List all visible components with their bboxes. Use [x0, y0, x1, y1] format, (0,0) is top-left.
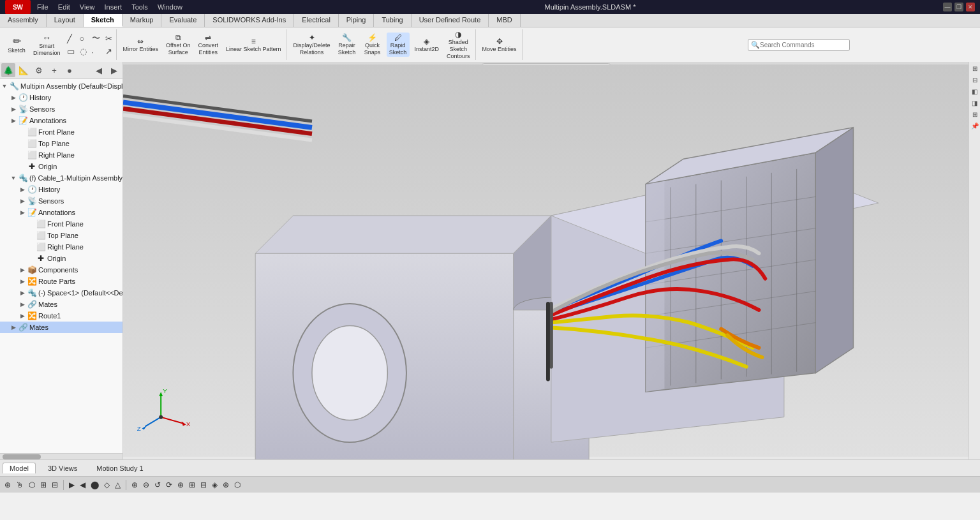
tab-mbd[interactable]: MBD: [489, 14, 520, 27]
tree-item-annotations-child[interactable]: ▶ 📝 Annotations: [0, 207, 122, 218]
expander-annotations[interactable]: ▶: [9, 116, 18, 125]
sidebar-scrollbar[interactable]: [0, 453, 122, 459]
trim-icon[interactable]: ✂: [104, 33, 114, 45]
status-icon-6[interactable]: ▶: [67, 480, 77, 489]
feature-tree-icon[interactable]: 🌲: [1, 63, 15, 77]
expander-space1[interactable]: ▶: [18, 288, 27, 297]
status-icon-15[interactable]: ⊕: [175, 480, 186, 489]
tab-user-defined-route[interactable]: User Defined Route: [412, 14, 489, 27]
tree-item-cable-assembly[interactable]: ▼ 🔩 (f) Cable_1-Multipin Assembly<1> (: [0, 172, 122, 184]
circle-icon[interactable]: ○: [78, 33, 88, 45]
tree-item-sensors-child[interactable]: ▶ 📡 Sensors: [0, 195, 122, 207]
minimize-btn[interactable]: —: [943, 3, 952, 11]
status-icon-19[interactable]: ⊕: [221, 480, 231, 489]
tree-item-right-plane-top[interactable]: ⬜ Right Plane: [0, 149, 122, 161]
status-icon-14[interactable]: ⟳: [164, 480, 174, 489]
expander-cable[interactable]: ▼: [9, 174, 18, 182]
tree-item-sensors[interactable]: ▶ 📡 Sensors: [0, 103, 122, 115]
config-manager-icon[interactable]: ⚙: [32, 63, 46, 77]
rp-btn-5[interactable]: ⊞: [970, 109, 980, 119]
sketch-btn[interactable]: ✏ Sketch: [5, 35, 28, 55]
sidebar-collapse-icon[interactable]: ◀: [92, 63, 106, 77]
tree-item-history-child[interactable]: ▶ 🕐 History: [0, 184, 122, 195]
convert-entities-btn[interactable]: ⇌ Convert Entities: [195, 33, 221, 57]
menu-file[interactable]: File: [33, 3, 52, 11]
offset-on-surface-btn[interactable]: ⧉ Offset On Surface: [163, 33, 193, 57]
tree-item-origin-top[interactable]: ✚ Origin: [0, 161, 122, 172]
rp-btn-2[interactable]: ⊟: [970, 75, 980, 85]
tab-solidworks-addins[interactable]: SOLIDWORKS Add-Ins: [205, 14, 294, 27]
tree-item-route-parts[interactable]: ▶ 🔀 Route Parts: [0, 276, 122, 287]
status-icon-12[interactable]: ⊖: [141, 480, 151, 489]
arc-icon[interactable]: ◌: [78, 45, 88, 57]
tree-item-top-plane[interactable]: ⬜ Top Plane: [0, 138, 122, 149]
status-icon-11[interactable]: ⊕: [130, 480, 140, 489]
expander-route1[interactable]: ▶: [18, 311, 27, 320]
menu-window[interactable]: Window: [154, 3, 186, 11]
tree-item-mates-top[interactable]: ▶ 🔗 Mates: [0, 322, 122, 333]
status-icon-4[interactable]: ⊞: [38, 480, 48, 489]
status-icon-7[interactable]: ◀: [78, 480, 87, 489]
tree-item-history-top[interactable]: ▶ 🕐 History: [0, 92, 122, 103]
status-icon-16[interactable]: ⊞: [187, 480, 197, 489]
move-entities-btn[interactable]: ✥ Move Entities: [480, 36, 519, 54]
tree-item-space1[interactable]: ▶ 🔩 (-) Space<1> (Default<<Default: [0, 287, 122, 299]
tab-evaluate[interactable]: Evaluate: [161, 14, 205, 27]
expander-mates-child[interactable]: ▶: [18, 300, 27, 309]
expander-history-top[interactable]: ▶: [9, 93, 18, 102]
smart-dimension-btn[interactable]: ↔ Smart Dimension: [31, 32, 63, 57]
rapid-sketch-btn[interactable]: 🖊 Rapid Sketch: [387, 33, 410, 57]
status-icon-18[interactable]: ◈: [210, 480, 219, 489]
display-manager-icon[interactable]: ●: [63, 63, 77, 77]
tab-sketch[interactable]: Sketch: [84, 14, 122, 27]
search-input[interactable]: [760, 41, 836, 48]
mirror-entities-btn[interactable]: ⇔ Mirror Entities: [121, 36, 161, 54]
rp-btn-3[interactable]: ◧: [970, 86, 980, 96]
viewport[interactable]: 🔍 🎯 📷 ⬛ 💡 🎨 🖥 •••: [123, 62, 969, 459]
status-icon-17[interactable]: ⊟: [198, 480, 209, 489]
expander-components[interactable]: ▶: [18, 265, 27, 274]
point-icon[interactable]: ·: [91, 46, 101, 58]
tab-tubing[interactable]: Tubing: [374, 14, 411, 27]
tree-item-front-plane-child[interactable]: ⬜ Front Plane: [0, 218, 122, 230]
tab-3d-views[interactable]: 3D Views: [41, 463, 84, 474]
status-icon-3[interactable]: ⬡: [27, 480, 37, 489]
menu-insert[interactable]: Insert: [101, 3, 126, 11]
expander-route-parts[interactable]: ▶: [18, 277, 27, 286]
expander-sensors-child[interactable]: ▶: [18, 197, 27, 205]
extend-icon[interactable]: ↗: [104, 45, 114, 57]
expander-mates-top[interactable]: ▶: [9, 323, 18, 332]
status-icon-20[interactable]: ⬡: [232, 480, 242, 489]
status-icon-13[interactable]: ↺: [152, 480, 163, 489]
add-icon[interactable]: +: [47, 63, 61, 77]
tree-item-components[interactable]: ▶ 📦 Components: [0, 264, 122, 276]
tab-layout[interactable]: Layout: [47, 14, 84, 27]
tab-electrical[interactable]: Electrical: [294, 14, 339, 27]
line-icon[interactable]: ╱: [66, 33, 76, 45]
tab-piping[interactable]: Piping: [339, 14, 375, 27]
linear-sketch-btn[interactable]: ≡ Linear Sketch Pattern: [223, 36, 284, 54]
expander-history-child[interactable]: ▶: [18, 185, 27, 194]
tree-item-top-plane-child[interactable]: ⬜ Top Plane: [0, 230, 122, 241]
instant2d-btn[interactable]: ◈ Instant2D: [412, 36, 442, 54]
tree-item-origin-child[interactable]: ✚ Origin: [0, 253, 122, 264]
quick-snaps-btn[interactable]: ⚡ Quick Snaps: [361, 33, 384, 57]
rp-btn-6[interactable]: 📌: [970, 121, 980, 131]
tab-model[interactable]: Model: [3, 463, 36, 473]
status-icon-8[interactable]: ⬤: [89, 480, 101, 489]
menu-tools[interactable]: Tools: [128, 3, 152, 11]
rect-icon[interactable]: ▭: [66, 45, 76, 57]
expander-multipin[interactable]: ▼: [0, 82, 9, 91]
close-btn[interactable]: ✕: [966, 3, 975, 11]
property-manager-icon[interactable]: 📐: [17, 63, 31, 77]
tab-markup[interactable]: Markup: [122, 14, 162, 27]
status-icon-1[interactable]: ⊕: [3, 480, 13, 489]
rp-btn-4[interactable]: ◨: [970, 98, 980, 108]
repair-sketch-btn[interactable]: 🔧 Repair Sketch: [336, 33, 359, 57]
shaded-sketch-btn[interactable]: ◑ Shaded Sketch Contours: [444, 29, 473, 61]
status-icon-5[interactable]: ⊟: [50, 480, 60, 489]
tree-item-right-plane-child[interactable]: ⬜ Right Plane: [0, 241, 122, 253]
sidebar-expand-icon[interactable]: ▶: [107, 63, 121, 77]
tree-item-mates-child[interactable]: ▶ 🔗 Mates: [0, 299, 122, 310]
menu-view[interactable]: View: [76, 3, 99, 11]
